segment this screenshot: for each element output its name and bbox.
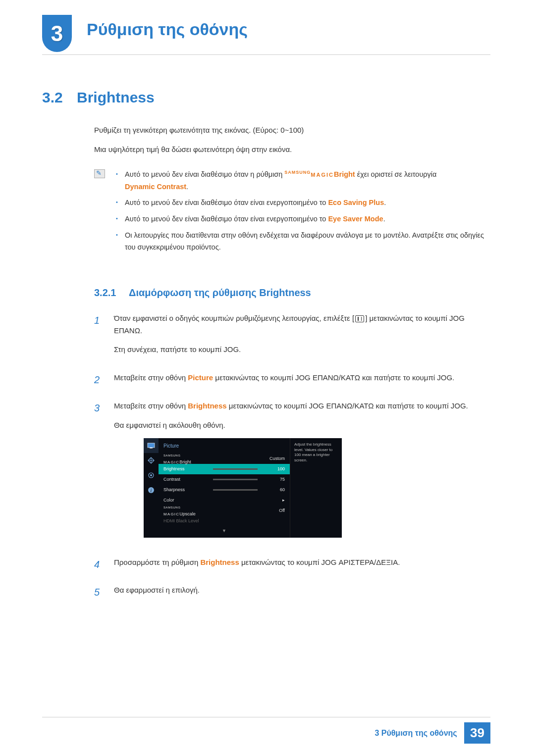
chapter-number-badge: 3 [42, 15, 72, 52]
section-number: 3.2 [42, 89, 77, 106]
step-number: 2 [94, 372, 104, 391]
step-2: 2 Μεταβείτε στην οθόνη Picture μετακινών… [94, 372, 490, 391]
page-content: 3.2Brightness Ρυθμίζει τη γενικότερη φωτ… [42, 89, 490, 612]
section-title: Brightness [77, 89, 155, 105]
menu-icon [355, 315, 364, 322]
osd-tab-info-icon: i [144, 483, 159, 498]
intro-line-2: Μια υψηλότερη τιμή θα δώσει φωτεινότερη … [94, 145, 490, 153]
svg-text:i: i [151, 488, 152, 493]
step-3: 3 Μεταβείτε στην οθόνη Brightness μετακι… [94, 400, 490, 548]
step-number: 1 [94, 312, 104, 363]
osd-row-contrast: Contrast 75 [159, 474, 290, 485]
osd-screenshot: i Picture SAMSUNGMAGICBright Custom Brig… [144, 438, 342, 537]
osd-sidebar: i [144, 438, 159, 537]
osd-help-panel: Adjust the brightness level. Values clos… [290, 438, 342, 537]
svg-point-3 [150, 474, 152, 476]
note-item-3: Αυτό το μενού δεν είναι διαθέσιμο όταν ε… [114, 213, 490, 225]
osd-row-magicbright: SAMSUNGMAGICBright Custom [159, 454, 290, 464]
subsection-title: Διαμόρφωση της ρύθμισης Brightness [129, 287, 311, 298]
step-number: 3 [94, 400, 104, 548]
svg-rect-1 [150, 448, 153, 449]
step-1: 1 Όταν εμφανιστεί ο οδηγός κουμπιών ρυθμ… [94, 312, 490, 363]
step-number: 5 [94, 584, 104, 604]
osd-tab-settings-icon [144, 468, 159, 483]
page-footer: 3 Ρύθμιση της οθόνης 39 [42, 717, 490, 744]
note-item-1: Αυτό το μενού δεν είναι διαθέσιμο όταν η… [114, 168, 490, 193]
svg-rect-0 [148, 443, 155, 448]
osd-main-panel: Picture SAMSUNGMAGICBright Custom Bright… [159, 438, 290, 537]
osd-row-sharpness: Sharpness 60 [159, 485, 290, 495]
section-heading: 3.2Brightness [42, 89, 490, 106]
step-4: 4 Προσαρμόστε τη ρύθμιση Brightness μετα… [94, 556, 490, 576]
note-item-2: Αυτό το μενού δεν είναι διαθέσιμο όταν ε… [114, 197, 490, 209]
note-icon [94, 169, 105, 178]
chapter-title: Ρύθμιση της οθόνης [87, 20, 248, 39]
footer-page-number: 39 [464, 722, 490, 744]
osd-scroll-down-icon: ▼ [159, 526, 290, 535]
osd-tab-picture-icon [144, 438, 159, 453]
footer-chapter-label: 3 Ρύθμιση της οθόνης [374, 729, 457, 738]
osd-row-hdmi: HDMI Black Level [159, 516, 290, 526]
step-number: 4 [94, 556, 104, 576]
chapter-divider [42, 54, 490, 55]
note-item-4: Οι λειτουργίες που διατίθενται στην οθόν… [114, 229, 490, 253]
step-5: 5 Θα εφαρμοστεί η επιλογή. [94, 584, 490, 604]
note-block: Αυτό το μενού δεν είναι διαθέσιμο όταν η… [94, 168, 490, 257]
intro-line-1: Ρυθμίζει τη γενικότερη φωτεινότητα της ε… [94, 126, 490, 134]
subsection-heading: 3.2.1Διαμόρφωση της ρύθμισης Brightness [94, 287, 490, 299]
subsection-number: 3.2.1 [94, 287, 129, 299]
steps-list: 1 Όταν εμφανιστεί ο οδηγός κουμπιών ρυθμ… [94, 312, 490, 604]
osd-row-upscale: SAMSUNGMAGICUpscale Off [159, 505, 290, 516]
note-list: Αυτό το μενού δεν είναι διαθέσιμο όταν η… [114, 168, 490, 257]
osd-tab-display-icon [144, 453, 159, 468]
